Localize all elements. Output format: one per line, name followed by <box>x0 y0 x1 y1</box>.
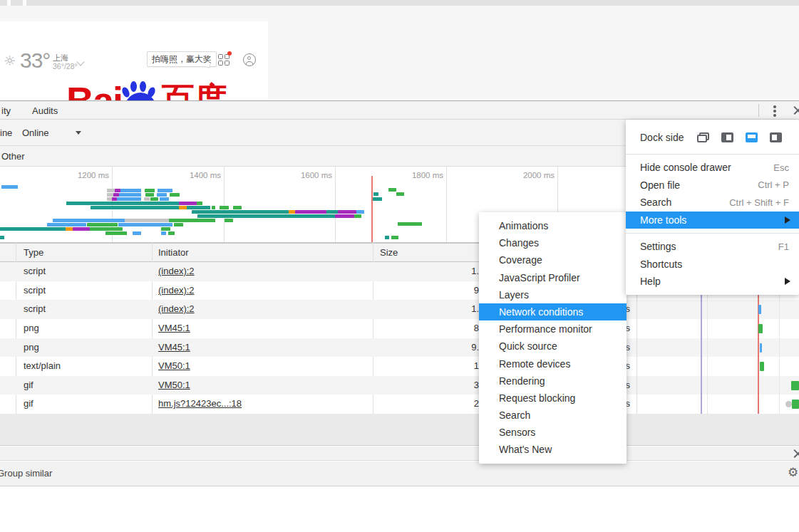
overview-request-bar <box>391 236 398 239</box>
devtools-main-menu: Dock side Hide console drawer Esc Open f… <box>626 120 799 295</box>
cell-size: 1. <box>373 266 479 276</box>
menu-item-layers[interactable]: Layers <box>479 286 627 303</box>
table-row[interactable]: gif hm.js?12423ec...:18 2 s <box>0 395 799 414</box>
console-settings-gear-icon[interactable]: ⚙ <box>788 465 798 479</box>
close-icon[interactable] <box>793 105 799 115</box>
overview-request-bar <box>289 210 295 214</box>
column-header-initiator[interactable]: Initiator <box>158 247 189 258</box>
tab-separator <box>7 0 11 6</box>
menu-item-help[interactable]: Help <box>626 273 799 291</box>
load-event-line <box>371 176 373 243</box>
overview-request-bar <box>388 188 396 192</box>
menu-item-shortcuts[interactable]: Shortcuts <box>626 256 799 273</box>
cell-size: 8 <box>373 323 479 333</box>
menu-item-hide-console-drawer[interactable]: Hide console drawer Esc <box>626 159 799 177</box>
menu-item-whats-new[interactable]: What's New <box>479 441 627 458</box>
column-header-size[interactable]: Size <box>380 247 398 258</box>
menu-item-coverage[interactable]: Coverage <box>479 251 627 268</box>
table-row[interactable]: script (index):2 1. s <box>0 300 799 319</box>
menu-item-quick-source[interactable]: Quick source <box>479 338 627 355</box>
overview-request-bar <box>66 227 73 231</box>
menu-item-changes[interactable]: Changes <box>479 234 627 251</box>
overview-request-bar <box>0 236 4 239</box>
baidu-logo-chinese: 百度 <box>162 81 227 100</box>
menu-item-sensors[interactable]: Sensors <box>479 424 627 441</box>
browser-tab-strip <box>0 0 799 6</box>
tab-security-fragment[interactable]: ity <box>1 105 11 117</box>
throttling-select-value[interactable]: Online <box>22 127 49 138</box>
initiator-link[interactable]: VM45:1 <box>158 323 190 333</box>
table-row[interactable]: png VM45:1 8 s <box>0 319 799 338</box>
menu-item-network-conditions[interactable]: Network conditions <box>479 303 627 320</box>
dock-right-icon[interactable] <box>770 132 782 142</box>
network-summary-bar <box>0 414 799 446</box>
cell-size: 1. <box>373 303 479 314</box>
initiator-link[interactable]: (index):2 <box>158 303 195 314</box>
menu-item-more-tools[interactable]: More tools <box>626 212 799 229</box>
menu-item-request-blocking[interactable]: Request blocking <box>479 390 627 407</box>
overview-request-bar <box>192 210 289 214</box>
overview-request-bar <box>157 193 167 197</box>
submenu-arrow-icon <box>785 217 790 224</box>
devtools-menu-icon[interactable] <box>773 105 776 117</box>
cell-type: gif <box>24 398 33 409</box>
overview-request-bar <box>179 202 197 205</box>
overview-request-bar <box>396 192 404 196</box>
overview-request-bar <box>113 193 119 197</box>
undock-icon[interactable] <box>697 132 709 142</box>
overview-request-bar <box>174 223 183 226</box>
group-similar-checkbox-label[interactable]: Group similar <box>0 468 52 479</box>
profile-avatar-icon[interactable] <box>243 53 256 66</box>
overview-request-bar <box>326 210 338 214</box>
overview-request-bar <box>133 231 141 235</box>
menu-item-open-file[interactable]: Open file Ctrl + P <box>626 177 799 194</box>
menu-item-label: Shortcuts <box>640 259 682 270</box>
overview-request-bar <box>398 222 422 226</box>
table-row[interactable]: png VM45:1 9. s <box>0 338 799 358</box>
filter-other[interactable]: Other <box>1 151 25 162</box>
cell-type: script <box>24 303 46 314</box>
menu-item-animations[interactable]: Animations <box>479 217 627 234</box>
overview-request-bar <box>119 193 141 197</box>
dock-left-icon[interactable] <box>721 132 733 142</box>
table-row[interactable]: gif VM50:1 3 s <box>0 376 799 395</box>
overview-request-bar <box>145 193 154 197</box>
overview-request-bar <box>220 206 229 209</box>
chevron-down-icon[interactable] <box>76 131 81 135</box>
menu-separator <box>626 233 799 234</box>
initiator-link[interactable]: VM50:1 <box>158 360 190 371</box>
menu-item-label: Search <box>640 197 671 208</box>
overview-request-bar <box>356 210 364 214</box>
dock-bottom-icon[interactable] <box>746 132 758 142</box>
overview-request-bar <box>161 231 166 235</box>
initiator-link[interactable]: VM50:1 <box>158 380 190 390</box>
initiator-link[interactable]: hm.js?12423ec...:18 <box>158 398 242 409</box>
menu-item-javascript-profiler[interactable]: JavaScript Profiler <box>479 269 627 286</box>
table-row[interactable]: text/plain VM50:1 1 s <box>0 357 799 376</box>
offline-checkbox-label-fragment[interactable]: ine <box>0 127 12 138</box>
overview-tick-label: 1400 ms <box>167 171 221 179</box>
cell-size: 1 <box>373 360 479 371</box>
close-drawer-icon[interactable] <box>793 448 799 459</box>
overview-request-bar <box>66 202 179 205</box>
baidu-logo-bai: Bai <box>66 81 122 100</box>
apps-grid-icon[interactable] <box>218 54 230 66</box>
menu-item-performance-monitor[interactable]: Performance monitor <box>479 320 627 338</box>
overview-request-bar <box>187 206 210 209</box>
overview-request-bar <box>170 193 180 197</box>
menu-item-search[interactable]: Search <box>479 407 627 424</box>
chevron-down-icon[interactable] <box>76 58 84 66</box>
initiator-link[interactable]: (index):2 <box>158 285 195 296</box>
column-header-type[interactable]: Type <box>24 247 43 258</box>
tab-audits[interactable]: Audits <box>32 105 58 117</box>
tooltip-caret <box>206 63 211 68</box>
cell-size: 9 <box>373 285 479 296</box>
menu-item-rendering[interactable]: Rendering <box>479 372 627 390</box>
initiator-link[interactable]: (index):2 <box>158 266 195 276</box>
initiator-link[interactable]: VM45:1 <box>158 342 190 353</box>
overview-request-bar <box>107 193 113 197</box>
menu-item-settings[interactable]: Settings F1 <box>626 238 799 256</box>
menu-item-label: Hide console drawer <box>640 162 731 173</box>
menu-item-remote-devices[interactable]: Remote devices <box>479 355 627 372</box>
menu-item-search[interactable]: Search Ctrl + Shift + F <box>626 194 799 212</box>
